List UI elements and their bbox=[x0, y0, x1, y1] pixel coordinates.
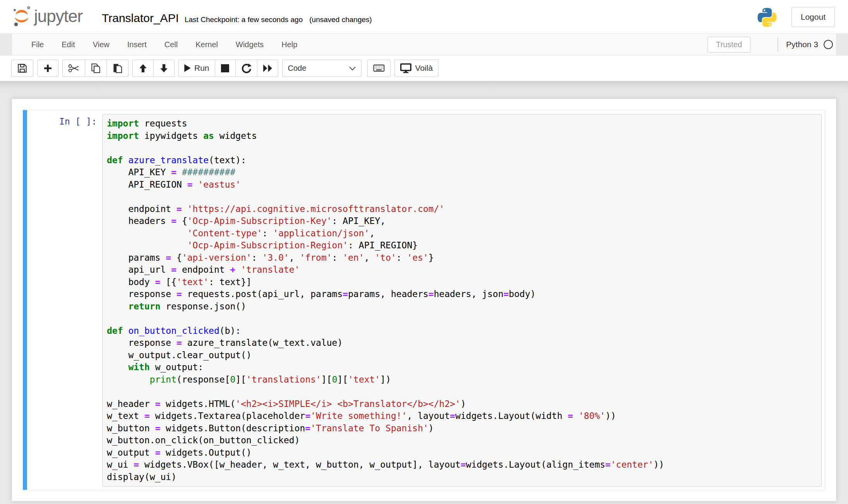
menubar: FileEditViewInsertCellKernelWidgetsHelp … bbox=[12, 34, 836, 56]
code-line: headers = {'Ocp-Apim-Subscription-Key': … bbox=[107, 215, 817, 227]
cut-cell-button[interactable] bbox=[62, 60, 85, 77]
cut-icon bbox=[68, 63, 79, 73]
code-line: import ipywidgets as widgets bbox=[107, 130, 817, 142]
monitor-icon bbox=[400, 63, 411, 73]
code-line: body = [{'text': text}] bbox=[107, 276, 817, 289]
menu-help[interactable]: Help bbox=[272, 34, 306, 55]
paste-cell-button[interactable] bbox=[106, 60, 128, 77]
checkpoint-status: Last Checkpoint: a few seconds ago bbox=[185, 15, 303, 24]
cell-input-prompt: In [ ]: bbox=[27, 114, 102, 487]
code-line: return response.json() bbox=[107, 301, 817, 313]
code-line bbox=[107, 313, 817, 325]
menu-view[interactable]: View bbox=[84, 34, 118, 55]
save-button[interactable] bbox=[11, 60, 33, 77]
notebook-container: In [ ]: import requestsimport ipywidgets… bbox=[12, 99, 836, 501]
cell-type-select[interactable]: Code bbox=[282, 60, 361, 77]
menu-widgets[interactable]: Widgets bbox=[227, 34, 272, 55]
notebook-title[interactable]: Translator_API bbox=[102, 12, 179, 25]
restart-run-all-button[interactable] bbox=[257, 60, 278, 77]
code-line: API_KEY = ########## bbox=[107, 166, 817, 179]
save-icon bbox=[17, 63, 27, 73]
code-line: response = requests.post(api_url, params… bbox=[107, 288, 817, 301]
code-cell-selected[interactable]: In [ ]: import requestsimport ipywidgets… bbox=[23, 110, 825, 490]
menu-edit[interactable]: Edit bbox=[53, 34, 84, 55]
kernel-idle-indicator-icon bbox=[824, 40, 833, 49]
copy-icon bbox=[91, 63, 101, 73]
move-cell-down-button[interactable] bbox=[153, 60, 175, 77]
code-line: w_output = widgets.Output() bbox=[107, 447, 817, 459]
run-icon bbox=[184, 64, 191, 72]
notebook-scroll-area[interactable]: In [ ]: import requestsimport ipywidgets… bbox=[0, 81, 848, 504]
code-line bbox=[107, 142, 817, 154]
paste-icon bbox=[112, 63, 123, 73]
restart-kernel-button[interactable] bbox=[235, 60, 257, 77]
cell-code-editor[interactable]: import requestsimport ipywidgets as widg… bbox=[102, 114, 822, 487]
notebook-title-area: Translator_API Last Checkpoint: a few se… bbox=[102, 0, 372, 34]
kernel-name-label: Python 3 bbox=[786, 40, 818, 49]
jupyter-logo[interactable]: jupyter bbox=[13, 5, 82, 27]
code-line: API_REGION = 'eastus' bbox=[107, 179, 817, 191]
code-line: def on_button_clicked(b): bbox=[107, 325, 817, 337]
toolbar: Run Code bbox=[0, 56, 848, 81]
cell-type-value: Code bbox=[288, 64, 307, 73]
logout-button[interactable]: Logout bbox=[791, 7, 835, 27]
code-line: w_ui = widgets.VBox([w_header, w_text, w… bbox=[107, 459, 817, 471]
code-line: print(response[0]['translations'][0]['te… bbox=[107, 374, 817, 386]
code-line: api_url = endpoint + 'translate' bbox=[107, 264, 817, 276]
code-line: w_output.clear_output() bbox=[107, 349, 817, 362]
menu-file[interactable]: File bbox=[22, 34, 53, 55]
voila-button-label: Voilà bbox=[415, 63, 433, 73]
code-line: w_button.on_click(on_button_clicked) bbox=[107, 434, 817, 447]
trusted-button[interactable]: Trusted bbox=[708, 37, 750, 53]
keyboard-icon bbox=[373, 63, 385, 73]
kernel-divider bbox=[778, 38, 778, 51]
add-cell-icon bbox=[43, 63, 53, 73]
menubar-items: FileEditViewInsertCellKernelWidgetsHelp bbox=[22, 34, 306, 55]
stop-icon bbox=[221, 64, 229, 72]
code-line: with w_output: bbox=[107, 361, 817, 374]
move-cell-up-button[interactable] bbox=[132, 60, 154, 77]
code-line: params = {'api-version': '3.0', 'from': … bbox=[107, 252, 817, 264]
menu-cell[interactable]: Cell bbox=[156, 34, 187, 55]
command-palette-button[interactable] bbox=[367, 60, 391, 77]
interrupt-kernel-button[interactable] bbox=[215, 60, 236, 77]
unsaved-changes-status: (unsaved changes) bbox=[309, 15, 372, 24]
code-line: import requests bbox=[107, 118, 817, 130]
code-line: 'Ocp-Apim-Subscription-Region': API_REGI… bbox=[107, 239, 817, 252]
add-cell-button[interactable] bbox=[37, 60, 58, 77]
code-line bbox=[107, 386, 817, 398]
voila-button[interactable]: Voilà bbox=[394, 60, 439, 77]
code-line: display(w_ui) bbox=[107, 471, 817, 483]
restart-kernel-icon bbox=[241, 63, 252, 73]
code-line bbox=[107, 191, 817, 203]
code-line: w_header = widgets.HTML('<h2><i>SIMPLE</… bbox=[107, 398, 817, 410]
code-line: w_button = widgets.Button(description='T… bbox=[107, 422, 817, 435]
header: jupyter Translator_API Last Checkpoint: … bbox=[0, 0, 848, 34]
move-up-icon bbox=[138, 63, 148, 73]
code-line: 'Content-type': 'application/json', bbox=[107, 227, 817, 240]
code-line: def azure_translate(text): bbox=[107, 154, 817, 167]
chevron-down-icon bbox=[349, 67, 356, 71]
python-logo-icon bbox=[757, 7, 777, 27]
move-down-icon bbox=[159, 63, 169, 73]
run-cell-button[interactable]: Run bbox=[178, 60, 215, 77]
menubar-right: Trusted Python 3 bbox=[708, 34, 836, 55]
jupyter-logo-icon bbox=[13, 5, 31, 27]
code-line: w_text = widgets.Textarea(placeholder='W… bbox=[107, 410, 817, 422]
menu-kernel[interactable]: Kernel bbox=[187, 34, 227, 55]
code-line: response = azure_translate(w_text.value) bbox=[107, 337, 817, 349]
copy-cell-button[interactable] bbox=[85, 60, 107, 77]
restart-run-all-icon bbox=[263, 64, 272, 72]
header-right: Logout bbox=[757, 0, 835, 34]
code-line: endpoint = 'https://api.cognitive.micros… bbox=[107, 203, 817, 215]
run-button-label: Run bbox=[194, 63, 209, 73]
jupyter-logo-text: jupyter bbox=[34, 7, 82, 26]
menu-insert[interactable]: Insert bbox=[118, 34, 156, 55]
